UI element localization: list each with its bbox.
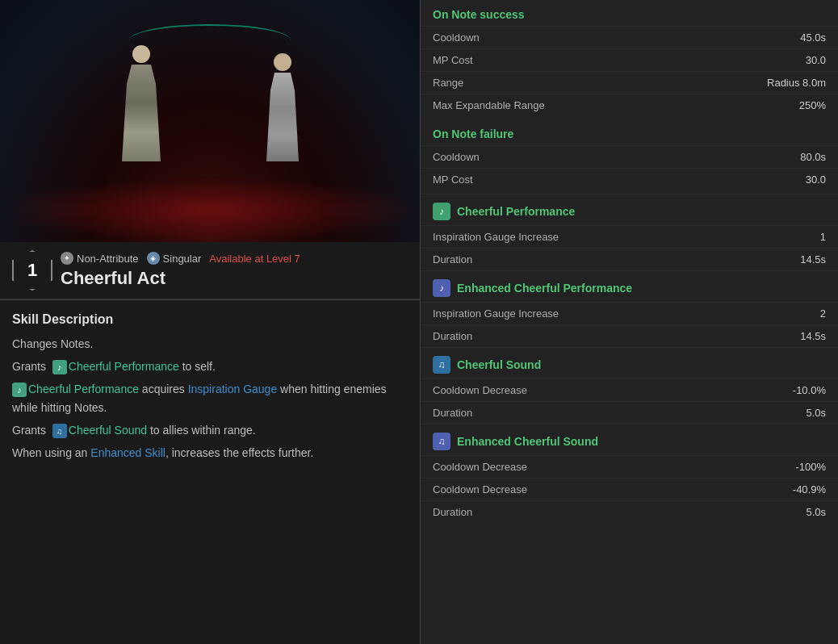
skill-level-number: 1 (27, 260, 37, 281)
singular-badge: ◈ Singular (147, 252, 202, 265)
cp-inspiration-row: Inspiration Gauge Increase 1 (421, 225, 838, 248)
skill-name: Cheerful Act (61, 268, 300, 289)
ecp-duration-row: Duration 14.5s (421, 324, 838, 347)
ecp-inspiration-row: Inspiration Gauge Increase 2 (421, 302, 838, 324)
mp-cost-failure-row: MP Cost 30.0 (421, 168, 838, 190)
cs-link-1[interactable]: Cheerful Sound (69, 424, 147, 437)
cs-icon-inline (52, 424, 67, 438)
ecs-subsection-title: Enhanced Cheerful Sound (457, 435, 598, 448)
mp-cost-failure-value: 30.0 (806, 174, 826, 186)
mp-cost-success-row: MP Cost 30.0 (421, 48, 838, 71)
desc-line4: Grants Cheerful Sound to allies within r… (12, 421, 408, 441)
cp-subsection-title: Cheerful Performance (457, 205, 575, 218)
cp-duration-row: Duration 14.5s (421, 248, 838, 270)
non-attribute-label: Non-Attribute (77, 253, 139, 265)
desc-line2: Grants Cheerful Performance to self. (12, 358, 408, 377)
ecp-subsection-header: ♪ Enhanced Cheerful Performance (421, 270, 838, 302)
cp-inspiration-label: Inspiration Gauge Increase (433, 231, 559, 243)
cp-duration-value: 14.5s (800, 253, 826, 266)
non-attribute-badge: ✦ Non-Attribute (61, 252, 139, 265)
character-1 (117, 65, 166, 161)
max-range-value: 250% (799, 99, 826, 111)
skill-header: 1 ✦ Non-Attribute ◈ Singular Available a… (0, 242, 420, 299)
desc-title: Skill Description (12, 312, 408, 327)
cp-icon-inline (52, 360, 67, 374)
desc-text: Changes Notes. Grants Cheerful Performan… (12, 335, 408, 463)
cp-subsection-header: ♪ Cheerful Performance (421, 194, 838, 225)
ecs-cooldown2-label: Cooldown Decrease (433, 483, 527, 496)
enhanced-skill-link[interactable]: Enhanced Skill (90, 446, 166, 459)
mp-cost-success-value: 30.0 (806, 54, 826, 66)
right-panel: On Note success Cooldown 45.0s MP Cost 3… (420, 0, 838, 644)
cooldown-failure-row: Cooldown 80.0s (421, 145, 838, 168)
cs-cooldown-value: -10.0% (793, 384, 826, 396)
mp-cost-failure-label: MP Cost (433, 174, 473, 186)
mp-cost-success-label: MP Cost (433, 54, 473, 66)
available-text: Available at Level 7 (209, 253, 300, 265)
ecs-duration-value: 5.0s (806, 506, 826, 518)
desc-line5: When using an Enhanced Skill, increases … (12, 444, 408, 463)
character-preview (0, 0, 420, 242)
cp-link-1[interactable]: Cheerful Performance (69, 360, 179, 373)
cp-icon-inline-2 (12, 383, 27, 397)
skill-badges: ✦ Non-Attribute ◈ Singular Available at … (61, 252, 300, 289)
singular-icon: ◈ (147, 252, 160, 265)
cs-cooldown-row: Cooldown Decrease -10.0% (421, 378, 838, 401)
ecs-cooldown2-row: Cooldown Decrease -40.9% (421, 478, 838, 500)
max-range-row: Max Expandable Range 250% (421, 94, 838, 116)
ecs-cooldown1-label: Cooldown Decrease (433, 461, 527, 473)
cooldown-failure-value: 80.0s (800, 151, 826, 163)
ecp-duration-label: Duration (433, 330, 472, 342)
ecs-cooldown1-row: Cooldown Decrease -100% (421, 455, 838, 478)
cooldown-success-row: Cooldown 45.0s (421, 26, 838, 48)
char1-body (117, 65, 166, 161)
on-note-success-header: On Note success (421, 0, 838, 26)
cs-duration-value: 5.0s (806, 407, 826, 419)
ecs-duration-label: Duration (433, 506, 472, 518)
ecs-cooldown2-value: -40.9% (793, 483, 826, 496)
cs-duration-row: Duration 5.0s (421, 401, 838, 424)
left-panel: 1 ✦ Non-Attribute ◈ Singular Available a… (0, 0, 420, 644)
cs-subsection-title: Cheerful Sound (457, 358, 541, 371)
desc-line3: Cheerful Performance acquires Inspiratio… (12, 380, 408, 419)
cs-cooldown-label: Cooldown Decrease (433, 384, 527, 396)
singular-label: Singular (163, 253, 202, 265)
cp-subsection-icon: ♪ (433, 203, 450, 220)
ecs-duration-row: Duration 5.0s (421, 500, 838, 523)
range-value: Radius 8.0m (767, 77, 826, 89)
character-container (117, 65, 303, 178)
max-range-label: Max Expandable Range (433, 99, 545, 111)
ig-link[interactable]: Inspiration Gauge (188, 383, 278, 395)
ecp-inspiration-value: 2 (820, 307, 826, 320)
char1-head (132, 45, 150, 63)
ecs-subsection-header: ♫ Enhanced Cheerful Sound (421, 424, 838, 455)
cooldown-success-value: 45.0s (800, 31, 826, 44)
badge-row-top: ✦ Non-Attribute ◈ Singular Available at … (61, 252, 300, 265)
cp-link-2[interactable]: Cheerful Performance (28, 383, 139, 395)
cooldown-success-label: Cooldown (433, 31, 480, 44)
character-2 (262, 73, 303, 161)
cs-subsection-header: ♫ Cheerful Sound (421, 347, 838, 378)
skill-description: Skill Description Changes Notes. Grants … (0, 300, 420, 644)
cp-inspiration-value: 1 (820, 231, 826, 243)
cooldown-failure-label: Cooldown (433, 151, 480, 163)
ecp-subsection-icon: ♪ (433, 279, 450, 297)
weapon-arc-effect (129, 24, 291, 56)
on-note-failure-header: On Note failure (421, 119, 838, 145)
ecp-subsection-title: Enhanced Cheerful Performance (457, 282, 632, 295)
cs-duration-label: Duration (433, 407, 472, 419)
ecp-duration-value: 14.5s (800, 330, 826, 342)
non-attribute-icon: ✦ (61, 252, 73, 265)
ecs-subsection-icon: ♫ (433, 433, 450, 450)
skill-level-badge: 1 (12, 250, 52, 291)
ecp-inspiration-label: Inspiration Gauge Increase (433, 307, 559, 320)
cp-duration-label: Duration (433, 253, 472, 266)
range-row: Range Radius 8.0m (421, 71, 838, 94)
desc-line1: Changes Notes. (12, 335, 408, 354)
char2-head (274, 53, 291, 71)
char2-body (262, 73, 303, 161)
range-label: Range (433, 77, 463, 89)
ecs-cooldown1-value: -100% (795, 461, 826, 473)
cs-subsection-icon: ♫ (433, 356, 450, 374)
